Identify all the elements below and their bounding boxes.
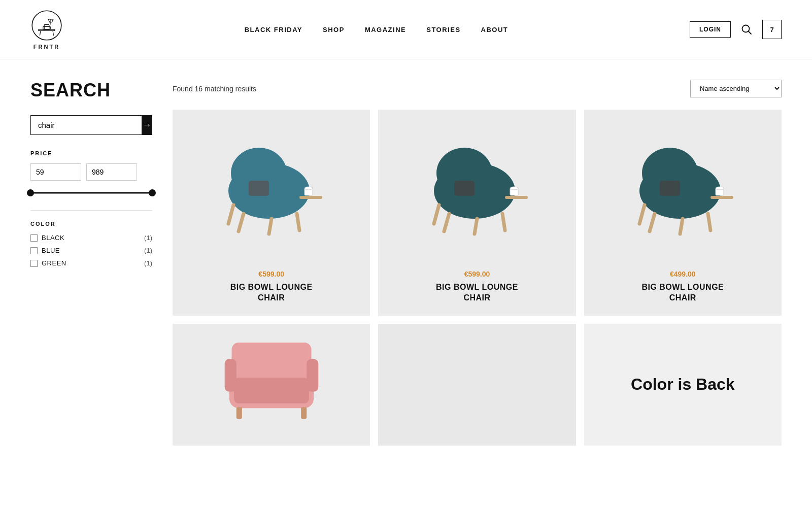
search-input[interactable]: [30, 115, 142, 135]
color-checkbox-blue[interactable]: [30, 247, 38, 254]
svg-line-35: [680, 219, 683, 234]
search-button[interactable]: [741, 24, 752, 35]
color-count-black: (1): [144, 234, 152, 242]
results-count: Found 16 matching results: [173, 85, 256, 93]
color-count-blue: (1): [144, 247, 152, 254]
login-button[interactable]: LOGIN: [690, 21, 731, 38]
sort-select[interactable]: Name ascending Name descending Price asc…: [690, 80, 782, 97]
product-image-5: [378, 324, 576, 446]
svg-rect-43: [224, 359, 236, 392]
product-card-2[interactable]: €599.00 BIG BOWL LOUNGECHAIR: [378, 110, 576, 316]
color-option-black[interactable]: BLACK (1): [30, 234, 152, 242]
products-header: Found 16 matching results Name ascending…: [173, 80, 782, 97]
product-card-4[interactable]: [173, 324, 370, 446]
svg-point-0: [32, 11, 61, 40]
logo[interactable]: FRNTR: [30, 9, 63, 50]
product-info-1: €599.00 BIG BOWL LOUNGECHAIR: [173, 262, 370, 316]
color-option-green[interactable]: GREEN (1): [30, 259, 152, 267]
svg-line-16: [297, 214, 299, 230]
product-price-2: €599.00: [388, 270, 565, 278]
product-info-3: €499.00 BIG BOWL LOUNGECHAIR: [584, 262, 782, 316]
chair-svg-2: [416, 125, 538, 247]
price-filter-label: PRICE: [30, 150, 152, 156]
color-count-green: (1): [144, 259, 152, 267]
page-title: SEARCH: [30, 80, 152, 101]
product-image-1: [173, 110, 370, 262]
svg-line-27: [434, 205, 439, 224]
product-name-3: BIG BOWL LOUNGECHAIR: [594, 282, 771, 303]
product-image-3: [584, 110, 782, 262]
nav-about[interactable]: ABOUT: [481, 26, 509, 33]
price-slider-min-handle[interactable]: [27, 189, 34, 196]
price-max-input[interactable]: [86, 163, 137, 181]
svg-line-14: [239, 214, 244, 231]
cart-button[interactable]: 7: [762, 20, 782, 39]
color-name-blue: BLUE: [42, 247, 140, 254]
price-slider-max-handle[interactable]: [149, 189, 156, 196]
product-price-3: €499.00: [594, 270, 771, 278]
price-min-input[interactable]: [30, 163, 81, 181]
chair-svg-3: [622, 125, 743, 247]
product-info-2: €599.00 BIG BOWL LOUNGECHAIR: [378, 262, 576, 316]
nav-stories[interactable]: STORIES: [426, 26, 460, 33]
svg-rect-33: [710, 196, 733, 199]
svg-line-24: [444, 214, 449, 231]
cart-count: 7: [770, 26, 773, 33]
product-name-2: BIG BOWL LOUNGECHAIR: [388, 282, 565, 303]
svg-line-3: [53, 30, 54, 36]
price-filter: PRICE: [30, 150, 152, 198]
products-area: Found 16 matching results Name ascending…: [173, 80, 782, 446]
svg-line-25: [475, 219, 477, 234]
main-nav: BLACK FRIDAY SHOP MAGAZINE STORIES ABOUT: [245, 26, 509, 33]
svg-rect-32: [660, 181, 680, 196]
svg-rect-12: [249, 181, 269, 196]
svg-rect-46: [301, 407, 307, 419]
chair-svg-4: [216, 324, 327, 446]
product-card-1[interactable]: €599.00 BIG BOWL LOUNGECHAIR: [173, 110, 370, 316]
sidebar: SEARCH → PRICE COLOR: [30, 80, 152, 446]
price-slider-track: [30, 192, 152, 194]
color-filter-label: COLOR: [30, 221, 152, 227]
color-checkbox-black[interactable]: [30, 234, 38, 242]
header-actions: LOGIN 7: [690, 20, 782, 39]
logo-text: FRNTR: [33, 44, 60, 50]
product-image-4: [173, 324, 370, 446]
svg-rect-42: [234, 378, 309, 403]
product-grid: €599.00 BIG BOWL LOUNGECHAIR: [173, 110, 782, 446]
banner-card[interactable]: Color is Back: [584, 324, 782, 446]
svg-rect-23: [505, 196, 528, 199]
svg-point-39: [716, 187, 724, 190]
product-image-2: [378, 110, 576, 262]
color-name-green: GREEN: [42, 259, 140, 267]
logo-icon: [30, 9, 63, 42]
svg-rect-4: [44, 24, 49, 29]
svg-line-34: [650, 214, 655, 231]
product-card-3[interactable]: €499.00 BIG BOWL LOUNGECHAIR: [584, 110, 782, 316]
product-card-5[interactable]: [378, 324, 576, 446]
nav-black-friday[interactable]: BLACK FRIDAY: [245, 26, 302, 33]
main-container: SEARCH → PRICE COLOR: [0, 59, 812, 466]
color-filter: COLOR BLACK (1) BLUE (1) GREEN (1): [30, 221, 152, 267]
color-name-black: BLACK: [42, 234, 140, 242]
nav-magazine[interactable]: MAGAZINE: [365, 26, 406, 33]
svg-line-15: [269, 219, 272, 234]
svg-line-26: [502, 214, 505, 230]
search-submit-button[interactable]: →: [142, 115, 152, 135]
chair-svg-1: [211, 125, 332, 247]
color-checkbox-green[interactable]: [30, 260, 38, 267]
svg-rect-22: [454, 181, 475, 196]
banner-text: Color is Back: [611, 354, 755, 416]
search-form: →: [30, 115, 152, 135]
nav-shop[interactable]: SHOP: [323, 26, 345, 33]
svg-point-29: [510, 187, 518, 190]
color-option-blue[interactable]: BLUE (1): [30, 247, 152, 254]
svg-rect-13: [299, 196, 322, 199]
svg-rect-45: [236, 407, 242, 419]
price-slider[interactable]: [30, 188, 152, 198]
search-icon: [741, 24, 752, 35]
price-inputs: [30, 163, 152, 181]
svg-rect-44: [307, 359, 318, 392]
arrow-icon: →: [143, 120, 152, 130]
product-name-1: BIG BOWL LOUNGECHAIR: [183, 282, 360, 303]
svg-line-2: [40, 30, 41, 36]
